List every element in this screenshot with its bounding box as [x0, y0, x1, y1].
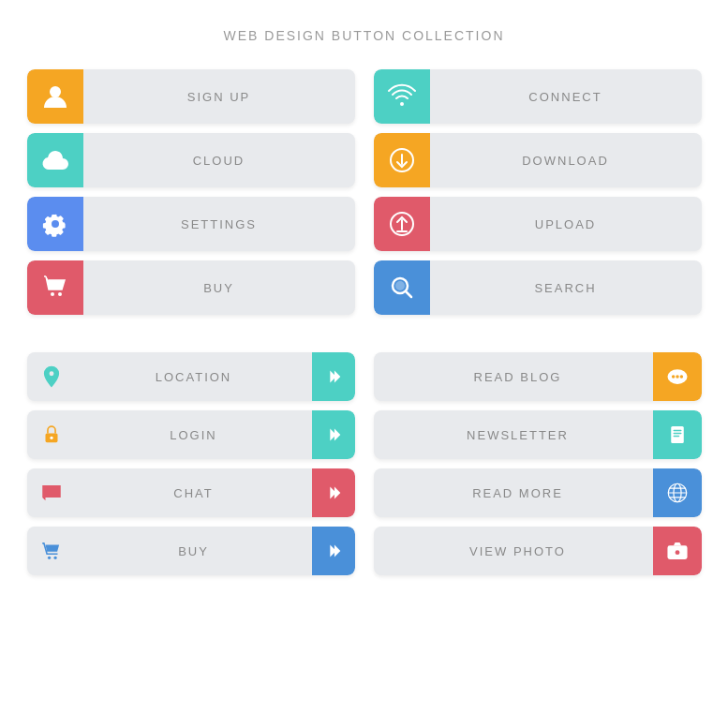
settings-button[interactable]: SETTINGS [27, 197, 355, 251]
cart-icon [27, 260, 83, 315]
svg-point-14 [679, 375, 683, 379]
right-column: CONNECT DOWNLOAD UPLOAD [374, 69, 702, 575]
signup-label: SIGN UP [83, 90, 355, 104]
cloud-icon [27, 133, 83, 187]
upload-button[interactable]: UPLOAD [374, 197, 702, 251]
pin-icon [27, 352, 76, 401]
svg-rect-15 [671, 426, 684, 443]
readblog-button[interactable]: READ BLOG [374, 352, 702, 401]
settings-label: SETTINGS [83, 217, 355, 231]
search-button[interactable]: SEARCH [374, 260, 702, 315]
page-title: WEB DESIGN BUTTON COLLECTION [224, 28, 505, 43]
login-label: LOGIN [76, 428, 312, 442]
chat-label: CHAT [76, 486, 312, 500]
chat-icon [27, 468, 76, 517]
svg-point-13 [676, 375, 679, 379]
readmore-label: READ MORE [374, 486, 653, 500]
chat-button[interactable]: CHAT [27, 468, 355, 517]
user-icon [27, 69, 83, 124]
connect-button[interactable]: CONNECT [374, 69, 702, 124]
camera-icon [653, 527, 702, 575]
left-column: SIGN UP CLOUD SETTINGS [27, 69, 355, 575]
download-label: DOWNLOAD [430, 154, 702, 168]
cloud-label: CLOUD [83, 154, 355, 168]
globe-icon [653, 468, 702, 517]
location-arrow [312, 352, 355, 401]
search-icon [374, 260, 430, 315]
upload-label: UPLOAD [430, 217, 702, 231]
newsletter-button[interactable]: NEWSLETTER [374, 410, 702, 459]
cloud-button[interactable]: CLOUD [27, 133, 355, 187]
svg-point-20 [675, 550, 679, 555]
readmore-button[interactable]: READ MORE [374, 468, 702, 517]
doc-icon [653, 410, 702, 459]
svg-point-10 [395, 281, 405, 290]
svg-point-2 [58, 292, 62, 296]
main-content: SIGN UP CLOUD SETTINGS [27, 69, 702, 575]
svg-rect-21 [681, 548, 684, 550]
comment-icon [653, 352, 702, 401]
buy2-label: BUY [76, 544, 312, 558]
svg-point-12 [671, 375, 675, 379]
viewphoto-button[interactable]: VIEW PHOTO [374, 527, 702, 575]
svg-point-6 [53, 557, 56, 559]
svg-point-0 [50, 86, 61, 97]
svg-point-4 [50, 437, 52, 439]
lock-icon [27, 410, 76, 459]
login-button[interactable]: LOGIN [27, 410, 355, 459]
viewphoto-label: VIEW PHOTO [374, 544, 653, 558]
login-arrow [312, 410, 355, 459]
signup-button[interactable]: SIGN UP [27, 69, 355, 124]
readblog-label: READ BLOG [374, 370, 653, 384]
upload-icon [374, 197, 430, 251]
location-label: LOCATION [76, 370, 312, 384]
search-label: SEARCH [430, 281, 702, 295]
newsletter-label: NEWSLETTER [374, 428, 653, 442]
cart2-icon [27, 527, 76, 575]
location-button[interactable]: LOCATION [27, 352, 355, 401]
buy1-label: BUY [83, 281, 355, 295]
download-button[interactable]: DOWNLOAD [374, 133, 702, 187]
buy2-button[interactable]: BUY [27, 527, 355, 575]
buy2-arrow [312, 527, 355, 575]
svg-point-5 [47, 557, 50, 559]
gear-icon [27, 197, 83, 251]
wifi-icon [374, 69, 430, 124]
download-icon [374, 133, 430, 187]
buy1-button[interactable]: BUY [27, 260, 355, 315]
chat-arrow [312, 468, 355, 517]
svg-point-1 [51, 292, 54, 296]
connect-label: CONNECT [430, 90, 702, 104]
